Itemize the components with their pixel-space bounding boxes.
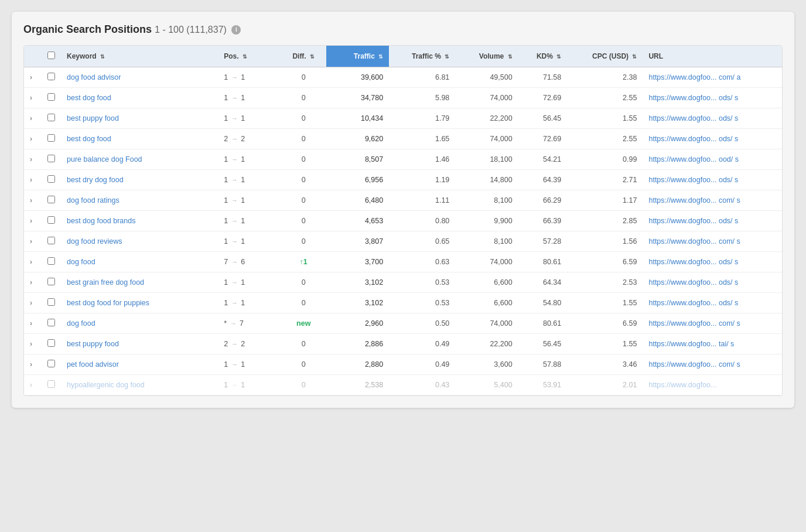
keyword-cell[interactable]: dog food reviews — [61, 231, 218, 252]
row-checkbox[interactable] — [47, 257, 55, 265]
url-cell[interactable]: https://www.dogfoo... com/ s — [643, 354, 782, 375]
table-row: ›pet food advisor1 → 102,8800.493,60057.… — [24, 354, 782, 375]
keyword-cell[interactable]: dog food ratings — [61, 190, 218, 211]
pos-cell: 1 → 1 — [218, 293, 281, 313]
expand-cell[interactable]: › — [24, 252, 42, 272]
url-cell[interactable]: https://www.dogfoo... com/ s — [643, 313, 782, 334]
expand-cell[interactable]: › — [24, 375, 42, 395]
keyword-cell[interactable]: best puppy food — [61, 334, 218, 354]
keyword-cell[interactable]: pet food advisor — [61, 354, 218, 375]
row-checkbox[interactable] — [47, 93, 55, 101]
expand-button[interactable]: › — [30, 278, 32, 287]
keyword-cell[interactable]: best dry dog food — [61, 170, 218, 190]
keyword-cell[interactable]: dog food advisor — [61, 67, 218, 88]
expand-button[interactable]: › — [30, 155, 32, 163]
expand-button[interactable]: › — [30, 114, 32, 122]
row-checkbox-cell — [42, 88, 61, 108]
url-cell[interactable]: https://www.dogfoo... ods/ s — [643, 108, 782, 129]
row-checkbox-cell — [42, 313, 61, 334]
expand-button[interactable]: › — [30, 73, 32, 81]
row-checkbox[interactable] — [47, 73, 55, 80]
row-checkbox[interactable] — [47, 155, 55, 162]
volume-cell: 74,000 — [455, 129, 518, 149]
row-checkbox[interactable] — [47, 114, 55, 121]
col-kd-header[interactable]: KD% ⇅ — [518, 46, 568, 67]
col-volume-header[interactable]: Volume ⇅ — [455, 46, 518, 67]
expand-cell[interactable]: › — [24, 67, 42, 88]
row-checkbox[interactable] — [47, 175, 55, 183]
keyword-cell[interactable]: best dog food brands — [61, 211, 218, 231]
expand-button[interactable]: › — [30, 94, 32, 102]
row-checkbox[interactable] — [47, 339, 55, 347]
keyword-cell[interactable]: pure balance dog Food — [61, 149, 218, 170]
url-cell[interactable]: https://www.dogfoo... ood/ s — [643, 149, 782, 170]
col-diff-header[interactable]: Diff. ⇅ — [281, 46, 326, 67]
select-all-checkbox[interactable] — [47, 52, 55, 59]
url-cell[interactable]: https://www.dogfoo... com/ a — [643, 67, 782, 88]
info-icon[interactable]: i — [231, 25, 241, 35]
diff-cell: 0 — [281, 354, 326, 375]
expand-cell[interactable]: › — [24, 149, 42, 170]
keyword-cell[interactable]: best dog food — [61, 88, 218, 108]
expand-button[interactable]: › — [30, 360, 32, 369]
url-cell[interactable]: https://www.dogfoo... ods/ s — [643, 293, 782, 313]
row-checkbox[interactable] — [47, 134, 55, 142]
row-checkbox[interactable] — [47, 216, 55, 224]
row-checkbox[interactable] — [47, 380, 55, 388]
expand-button[interactable]: › — [30, 217, 32, 225]
url-cell[interactable]: https://www.dogfoo... — [643, 375, 782, 395]
col-trafficpct-header[interactable]: Traffic % ⇅ — [389, 46, 455, 67]
url-cell[interactable]: https://www.dogfoo... ods/ s — [643, 272, 782, 293]
expand-cell[interactable]: › — [24, 88, 42, 108]
expand-cell[interactable]: › — [24, 354, 42, 375]
row-checkbox[interactable] — [47, 278, 55, 285]
url-cell[interactable]: https://www.dogfoo... ods/ s — [643, 129, 782, 149]
expand-cell[interactable]: › — [24, 211, 42, 231]
expand-button[interactable]: › — [30, 237, 32, 245]
url-cell[interactable]: https://www.dogfoo... ods/ s — [643, 170, 782, 190]
row-checkbox[interactable] — [47, 360, 55, 367]
keyword-cell[interactable]: best grain free dog food — [61, 272, 218, 293]
url-cell[interactable]: https://www.dogfoo... com/ s — [643, 190, 782, 211]
expand-button[interactable]: › — [30, 196, 32, 204]
keyword-cell[interactable]: hypoallergenic dog food — [61, 375, 218, 395]
url-cell[interactable]: https://www.dogfoo... ods/ s — [643, 252, 782, 272]
row-checkbox[interactable] — [47, 237, 55, 244]
expand-button[interactable]: › — [30, 340, 32, 348]
expand-button[interactable]: › — [30, 258, 32, 266]
row-checkbox-cell — [42, 170, 61, 190]
keyword-cell[interactable]: best puppy food — [61, 108, 218, 129]
expand-button[interactable]: › — [30, 381, 32, 389]
cpc-cell: 2.85 — [567, 211, 643, 231]
expand-cell[interactable]: › — [24, 334, 42, 354]
url-cell[interactable]: https://www.dogfoo... com/ s — [643, 231, 782, 252]
expand-button[interactable]: › — [30, 319, 32, 328]
col-cpc-header[interactable]: CPC (USD) ⇅ — [567, 46, 643, 67]
expand-cell[interactable]: › — [24, 272, 42, 293]
expand-button[interactable]: › — [30, 299, 32, 307]
url-cell[interactable]: https://www.dogfoo... ods/ s — [643, 88, 782, 108]
keyword-cell[interactable]: best dog food for puppies — [61, 293, 218, 313]
expand-cell[interactable]: › — [24, 129, 42, 149]
expand-button[interactable]: › — [30, 176, 32, 184]
table-row: ›best dry dog food1 → 106,9561.1914,8006… — [24, 170, 782, 190]
keyword-cell[interactable]: best dog food — [61, 129, 218, 149]
expand-cell[interactable]: › — [24, 108, 42, 129]
col-traffic-header[interactable]: Traffic ⇅ — [326, 46, 389, 67]
expand-cell[interactable]: › — [24, 190, 42, 211]
expand-cell[interactable]: › — [24, 231, 42, 252]
col-keyword-header[interactable]: Keyword ⇅ — [61, 46, 218, 67]
expand-cell[interactable]: › — [24, 293, 42, 313]
row-checkbox[interactable] — [47, 196, 55, 203]
col-pos-header[interactable]: Pos. ⇅ — [218, 46, 281, 67]
expand-cell[interactable]: › — [24, 313, 42, 334]
keyword-cell[interactable]: dog food — [61, 252, 218, 272]
keyword-cell[interactable]: dog food — [61, 313, 218, 334]
traffic-cell: 6,956 — [326, 170, 389, 190]
expand-cell[interactable]: › — [24, 170, 42, 190]
row-checkbox[interactable] — [47, 298, 55, 306]
row-checkbox[interactable] — [47, 319, 55, 326]
expand-button[interactable]: › — [30, 135, 32, 143]
url-cell[interactable]: https://www.dogfoo... ods/ s — [643, 211, 782, 231]
url-cell[interactable]: https://www.dogfoo... tai/ s — [643, 334, 782, 354]
